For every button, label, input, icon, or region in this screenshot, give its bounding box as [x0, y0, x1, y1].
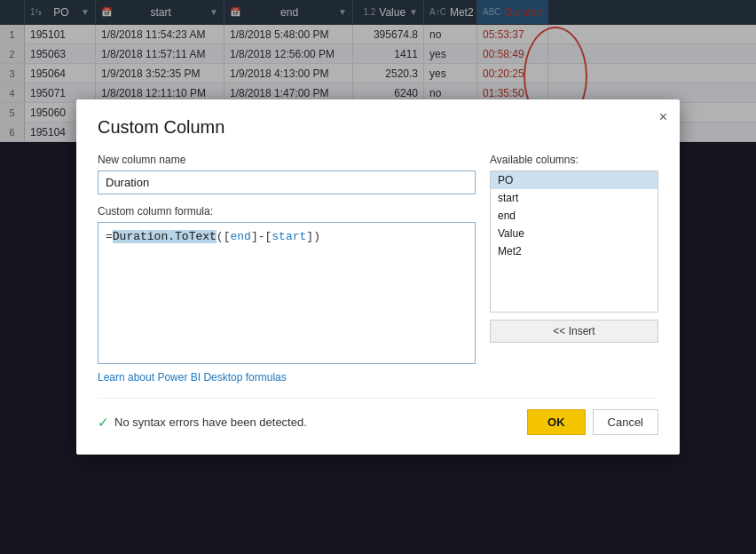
formula-minus: -	[258, 230, 265, 243]
ok-button[interactable]: OK	[527, 409, 586, 435]
formula-label: Custom column formula:	[98, 205, 476, 218]
dialog-footer: ✓ No syntax errors have been detected. O…	[98, 398, 658, 435]
formula-close-bracket-1: ]	[251, 230, 258, 243]
column-name-input[interactable]	[98, 170, 476, 194]
formula-open-paren: (	[217, 230, 224, 243]
avail-item-po[interactable]: PO	[491, 171, 658, 189]
available-columns-label: Available columns:	[490, 154, 658, 166]
formula-editor[interactable]: =Duration.ToText([end]-[start])	[98, 222, 476, 364]
learn-formulas-link[interactable]: Learn about Power BI Desktop formulas	[98, 371, 287, 384]
dialog-close-button[interactable]: ×	[659, 110, 667, 124]
avail-item-met2[interactable]: Met2	[491, 242, 658, 260]
dialog-left-panel: New column name Custom column formula: =…	[98, 154, 476, 384]
avail-item-value[interactable]: Value	[491, 225, 658, 242]
formula-start-field: start	[272, 230, 306, 243]
footer-buttons: OK Cancel	[527, 409, 658, 435]
syntax-status: ✓ No syntax errors have been detected.	[98, 415, 307, 431]
custom-column-dialog: × Custom Column New column name Custom c…	[76, 99, 680, 455]
available-columns-list: PO start end Value Met2	[490, 170, 658, 313]
formula-close-paren: )	[313, 230, 320, 243]
checkmark-icon: ✓	[98, 415, 109, 431]
avail-item-start[interactable]: start	[491, 189, 658, 207]
insert-button[interactable]: << Insert	[490, 320, 658, 343]
dialog-right-panel: Available columns: PO start end Value Me…	[490, 154, 658, 384]
avail-item-end[interactable]: end	[491, 207, 658, 225]
cancel-button[interactable]: Cancel	[593, 409, 658, 435]
dialog-content: New column name Custom column formula: =…	[98, 154, 658, 384]
syntax-status-text: No syntax errors have been detected.	[114, 416, 307, 429]
dialog-overlay: × Custom Column New column name Custom c…	[0, 0, 756, 554]
column-name-label: New column name	[98, 154, 476, 166]
dialog-title: Custom Column	[98, 117, 658, 138]
formula-close-bracket-2: ]	[306, 230, 313, 243]
formula-end-field: end	[230, 230, 250, 243]
formula-equals-sign: =	[106, 230, 113, 243]
formula-function-name: Duration.ToText	[113, 230, 217, 243]
